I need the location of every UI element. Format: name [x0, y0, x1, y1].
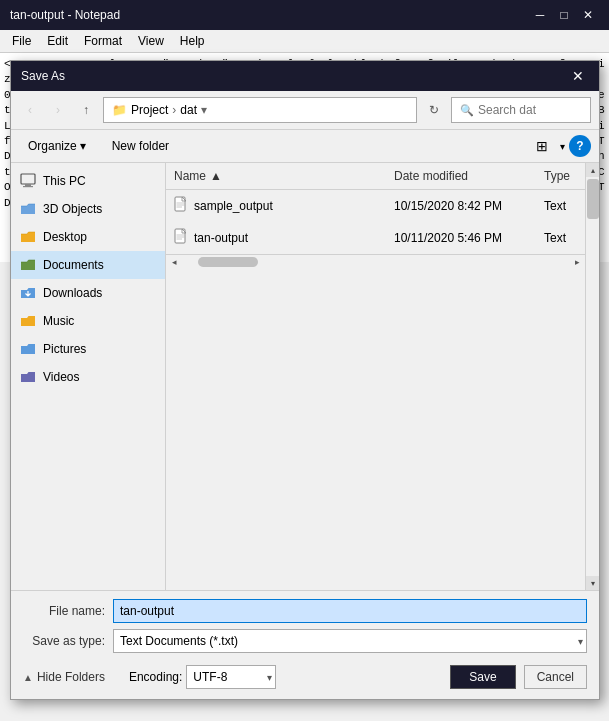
pictures-folder-icon: [19, 340, 37, 358]
file-type-1: Text: [536, 229, 574, 247]
hide-folders-label: Hide Folders: [37, 670, 105, 684]
new-folder-label: New folder: [112, 139, 169, 153]
dialog-sidebar: This PC 3D Objects Desktop: [11, 163, 166, 590]
hscroll-right-button[interactable]: ▸: [569, 255, 585, 269]
column-name[interactable]: Name ▲: [166, 167, 386, 185]
breadcrumb-bar: 📁 Project › dat ▾: [103, 97, 417, 123]
hide-folders-triangle: ▲: [23, 672, 33, 683]
downloads-folder-icon: [19, 284, 37, 302]
file-name-1: tan-output: [194, 231, 248, 245]
nav-forward-button[interactable]: ›: [47, 99, 69, 121]
encoding-select[interactable]: UTF-8: [186, 665, 276, 689]
nav-back-button[interactable]: ‹: [19, 99, 41, 121]
filename-label: File name:: [23, 604, 113, 618]
file-icon-1: [174, 228, 188, 247]
view-chevron-icon[interactable]: ▾: [560, 141, 565, 152]
savetype-select-wrapper: Text Documents (*.txt) ▾: [113, 629, 587, 653]
filename-input[interactable]: [113, 599, 587, 623]
column-date-modified[interactable]: Date modified: [386, 167, 536, 185]
file-list-area: Name ▲ Date modified Type: [166, 163, 599, 590]
search-icon: 🔍: [460, 104, 474, 117]
cancel-button[interactable]: Cancel: [524, 665, 587, 689]
sidebar-item-videos[interactable]: Videos: [11, 363, 165, 391]
svg-rect-2: [23, 186, 33, 187]
close-notepad-button[interactable]: ✕: [577, 4, 599, 26]
vscroll-track: [586, 177, 600, 576]
breadcrumb-item-dat[interactable]: dat: [180, 103, 197, 117]
hscroll-thumb[interactable]: [198, 257, 258, 267]
view-toggle-button[interactable]: ⊞: [528, 134, 556, 158]
sidebar-item-pictures[interactable]: Pictures: [11, 335, 165, 363]
maximize-button[interactable]: □: [553, 4, 575, 26]
organize-label: Organize: [28, 139, 77, 153]
menu-view[interactable]: View: [130, 32, 172, 50]
horizontal-scrollbar[interactable]: ◂ ▸: [166, 254, 585, 268]
videos-folder-icon: [19, 368, 37, 386]
column-name-label: Name: [174, 169, 206, 183]
new-folder-button[interactable]: New folder: [103, 135, 178, 157]
notepad-titlebar: tan-output - Notepad ─ □ ✕: [0, 0, 609, 30]
minimize-button[interactable]: ─: [529, 4, 551, 26]
notepad-title: tan-output - Notepad: [10, 8, 120, 22]
file-date-0: 10/15/2020 8:42 PM: [386, 197, 536, 215]
search-input[interactable]: [478, 103, 582, 117]
savetype-select[interactable]: Text Documents (*.txt): [113, 629, 587, 653]
hide-folders-area: ▲ Hide Folders Encoding: UTF-8 ▾: [23, 665, 276, 689]
sidebar-item-pictures-label: Pictures: [43, 342, 86, 356]
sidebar-item-this-pc-label: This PC: [43, 174, 86, 188]
help-button[interactable]: ?: [569, 135, 591, 157]
dialog-toolbar: Organize ▾ New folder ⊞ ▾ ?: [11, 130, 599, 163]
refresh-button[interactable]: ↻: [423, 99, 445, 121]
vertical-scrollbar[interactable]: ▴ ▾: [585, 163, 599, 590]
file-row-sample-output[interactable]: sample_output 10/15/2020 8:42 PM Text: [166, 190, 585, 222]
column-date-label: Date modified: [394, 169, 468, 183]
menu-edit[interactable]: Edit: [39, 32, 76, 50]
vscroll-thumb[interactable]: [587, 179, 599, 219]
dialog-actions: ▲ Hide Folders Encoding: UTF-8 ▾: [23, 659, 587, 691]
vscroll-up-button[interactable]: ▴: [586, 163, 600, 177]
sidebar-item-music[interactable]: Music: [11, 307, 165, 335]
breadcrumb-item-project[interactable]: Project: [131, 103, 168, 117]
sidebar-item-this-pc[interactable]: This PC: [11, 167, 165, 195]
dialog-main: This PC 3D Objects Desktop: [11, 163, 599, 590]
sidebar-item-3d-objects-label: 3D Objects: [43, 202, 102, 216]
dialog-close-button[interactable]: ✕: [567, 65, 589, 87]
search-box: 🔍: [451, 97, 591, 123]
breadcrumb-dropdown-arrow[interactable]: ▾: [201, 103, 207, 117]
svg-rect-3: [175, 197, 185, 211]
file-date-1: 10/11/2020 5:46 PM: [386, 229, 536, 247]
column-type[interactable]: Type: [536, 167, 578, 185]
toolbar-right: ⊞ ▾ ?: [528, 134, 591, 158]
documents-folder-icon: [19, 256, 37, 274]
titlebar-controls: ─ □ ✕: [529, 4, 599, 26]
sidebar-item-downloads-label: Downloads: [43, 286, 102, 300]
breadcrumb-separator: ›: [172, 103, 176, 117]
sidebar-item-documents[interactable]: Documents: [11, 251, 165, 279]
organize-button[interactable]: Organize ▾: [19, 135, 95, 157]
sidebar-item-music-label: Music: [43, 314, 74, 328]
menu-format[interactable]: Format: [76, 32, 130, 50]
encoding-area: Encoding: UTF-8 ▾: [129, 665, 276, 689]
sidebar-item-downloads[interactable]: Downloads: [11, 279, 165, 307]
sidebar-item-3d-objects[interactable]: 3D Objects: [11, 195, 165, 223]
help-icon: ?: [576, 139, 583, 153]
menu-file[interactable]: File: [4, 32, 39, 50]
save-button[interactable]: Save: [450, 665, 515, 689]
sidebar-item-desktop[interactable]: Desktop: [11, 223, 165, 251]
sidebar-item-documents-label: Documents: [43, 258, 104, 272]
hscroll-left-button[interactable]: ◂: [166, 255, 182, 269]
menu-help[interactable]: Help: [172, 32, 213, 50]
filelist-header: Name ▲ Date modified Type: [166, 163, 585, 190]
music-folder-icon: [19, 312, 37, 330]
nav-up-button[interactable]: ↑: [75, 99, 97, 121]
breadcrumb-folder-icon: 📁: [112, 103, 127, 117]
file-name-0: sample_output: [194, 199, 273, 213]
encoding-select-wrapper: UTF-8 ▾: [186, 665, 276, 689]
toolbar-left: Organize ▾ New folder: [19, 135, 178, 157]
file-cell-name-1: tan-output: [166, 226, 386, 249]
vscroll-down-button[interactable]: ▾: [586, 576, 600, 590]
hscroll-track: [198, 257, 553, 267]
svg-rect-1: [25, 184, 31, 186]
file-row-tan-output[interactable]: tan-output 10/11/2020 5:46 PM Text: [166, 222, 585, 254]
hide-folders-button[interactable]: Hide Folders: [37, 670, 105, 684]
